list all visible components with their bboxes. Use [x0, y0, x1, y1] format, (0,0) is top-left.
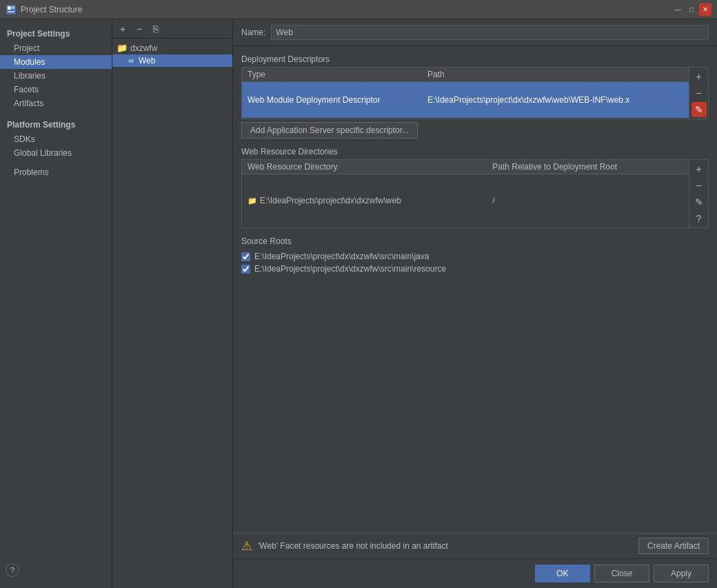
deployment-descriptors-toolbar: + − ✎ — [689, 68, 708, 119]
source-roots-label: Source Roots — [241, 236, 709, 246]
add-tree-item-button[interactable]: + — [115, 21, 130, 37]
warning-icon: ⚠ — [241, 538, 252, 554]
sidebar: Project Settings Project Modules Librari… — [0, 19, 112, 588]
wrd-help-button[interactable]: ? — [691, 211, 707, 226]
tree-item-label-web: Web — [139, 56, 155, 65]
sidebar-bottom: ? — [0, 558, 112, 582]
copy-tree-item-button[interactable]: ⎘ — [148, 21, 163, 37]
tree-item-dxzwfw[interactable]: 📁 dxzwfw — [112, 41, 232, 54]
web-resource-directories-label: Web Resource Directories — [241, 147, 709, 156]
warning-bar: ⚠ 'Web' Facet resources are not included… — [233, 533, 717, 558]
help-button[interactable]: ? — [6, 563, 19, 577]
bottom-bar: OK Close Apply — [233, 558, 717, 588]
source-root-item-0: E:\IdeaProjects\project\dx\dxzwfw\src\ma… — [241, 252, 709, 261]
close-button[interactable]: ✕ — [699, 3, 711, 16]
add-descriptor-button[interactable]: Add Application Server specific descript… — [241, 122, 418, 139]
sidebar-item-project[interactable]: Project — [0, 41, 112, 55]
source-root-path-0: E:\IdeaProjects\project\dx\dxzwfw\src\ma… — [254, 252, 429, 261]
module-icon: W — [126, 56, 136, 65]
ok-button[interactable]: OK — [535, 565, 590, 582]
sidebar-item-sdks[interactable]: SDKs — [0, 132, 112, 146]
content-panel: Name: Deployment Descriptors Type Path — [233, 19, 717, 588]
minimize-button[interactable]: — — [671, 3, 684, 16]
sidebar-item-libraries[interactable]: Libraries — [0, 69, 112, 83]
tree-content: 📁 dxzwfw W Web — [112, 39, 232, 588]
web-resource-directories-table-container: Web Resource Directory Path Relative to … — [241, 159, 709, 228]
svg-rect-1 — [8, 6, 11, 10]
deployment-descriptors-section: Deployment Descriptors Type Path Web Mod… — [241, 54, 709, 139]
remove-tree-item-button[interactable]: − — [132, 21, 147, 37]
tree-item-web[interactable]: W Web — [112, 54, 232, 67]
platform-settings-label: Platform Settings — [0, 116, 112, 132]
app-icon — [6, 4, 17, 15]
tree-toolbar: + − ⎘ — [112, 19, 232, 39]
folder-icon: 📁 — [117, 43, 128, 53]
name-input[interactable] — [271, 25, 709, 40]
wrd-remove-button[interactable]: − — [691, 178, 707, 193]
source-root-checkbox-0[interactable] — [241, 252, 250, 261]
sidebar-item-global-libraries[interactable]: Global Libraries — [0, 146, 112, 160]
title-bar: Project Structure — □ ✕ — [0, 0, 717, 19]
sidebar-item-facets[interactable]: Facets — [0, 83, 112, 97]
dd-add-button[interactable]: + — [691, 69, 707, 84]
dd-type-cell: Web Module Deployment Descriptor — [242, 82, 422, 119]
sidebar-item-modules[interactable]: Modules — [0, 55, 112, 69]
source-root-path-1: E:\IdeaProjects\project\dx\dxzwfw\src\ma… — [254, 264, 446, 274]
name-label: Name: — [241, 28, 265, 37]
deployment-descriptors-table: Type Path Web Module Deployment Descript… — [242, 68, 689, 119]
source-root-item-1: E:\IdeaProjects\project\dx\dxzwfw\src\ma… — [241, 264, 709, 274]
deployment-descriptors-table-container: Type Path Web Module Deployment Descript… — [241, 67, 709, 119]
window-controls: — □ ✕ — [671, 3, 711, 16]
window-title: Project Structure — [21, 5, 671, 14]
deployment-descriptors-label: Deployment Descriptors — [241, 54, 709, 64]
wrd-edit-button[interactable]: ✎ — [691, 194, 707, 210]
table-row[interactable]: 📁 E:\IdeaProjects\project\dx\dxzwfw\web … — [242, 174, 689, 227]
main-layout: Project Settings Project Modules Librari… — [0, 19, 717, 588]
web-resource-directories-toolbar: + − ✎ ? — [689, 160, 708, 227]
wrd-col-directory: Web Resource Directory — [242, 160, 487, 174]
close-button[interactable]: Close — [594, 565, 649, 582]
wrd-add-button[interactable]: + — [691, 161, 707, 176]
wrd-col-relative-path: Path Relative to Deployment Root — [487, 160, 689, 174]
svg-rect-2 — [12, 6, 14, 9]
maximize-button[interactable]: □ — [685, 3, 698, 16]
apply-button[interactable]: Apply — [654, 565, 709, 582]
wrd-directory-cell: 📁 E:\IdeaProjects\project\dx\dxzwfw\web — [242, 174, 487, 227]
table-row[interactable]: Web Module Deployment Descriptor E:\Idea… — [242, 82, 689, 119]
create-artifact-button[interactable]: Create Artifact — [638, 538, 709, 554]
svg-rect-0 — [6, 5, 16, 14]
tree-panel: + − ⎘ 📁 dxzwfw W Web — [112, 19, 233, 588]
dd-remove-button[interactable]: − — [691, 85, 707, 101]
name-row: Name: — [233, 19, 717, 46]
content-scroll: Deployment Descriptors Type Path Web Mod… — [233, 46, 717, 533]
source-roots-section: Source Roots E:\IdeaProjects\project\dx\… — [241, 236, 709, 274]
source-root-checkbox-1[interactable] — [241, 265, 250, 274]
folder-icon: 📁 — [248, 196, 257, 205]
dd-col-path: Path — [422, 68, 689, 82]
sidebar-item-artifacts[interactable]: Artifacts — [0, 97, 112, 110]
wrd-path-text: E:\IdeaProjects\project\dx\dxzwfw\web — [260, 196, 401, 205]
sidebar-item-problems[interactable]: Problems — [0, 165, 112, 179]
wrd-relative-path-cell: / — [487, 174, 689, 227]
dd-edit-button[interactable]: ✎ — [691, 102, 707, 117]
tree-item-label-dxzwfw: dxzwfw — [130, 43, 157, 53]
dd-col-type: Type — [242, 68, 422, 82]
dd-path-cell: E:\IdeaProjects\project\dx\dxzwfw\web\WE… — [422, 82, 689, 119]
project-settings-label: Project Settings — [0, 25, 112, 41]
web-resource-directories-table: Web Resource Directory Path Relative to … — [242, 160, 689, 227]
warning-text: 'Web' Facet resources are not included i… — [258, 541, 633, 551]
web-resource-directories-section: Web Resource Directories Web Resource Di… — [241, 147, 709, 228]
svg-rect-3 — [8, 11, 14, 12]
